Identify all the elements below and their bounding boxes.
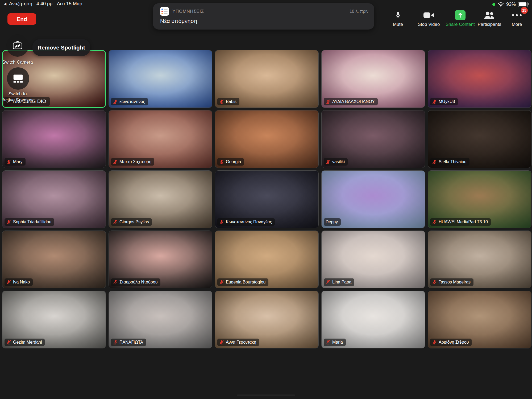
participant-label: Maria xyxy=(324,339,346,346)
reminder-notification-banner[interactable]: ΥΠΟΜΝΗΣΕΙΣ 10 λ. πριν Νέα υπόμνηση xyxy=(153,3,374,30)
participant-label: Georgia xyxy=(217,158,244,166)
switch-camera-button[interactable] xyxy=(6,34,29,57)
participant-label: ΠΑΝΑΓΙΩΤΑ xyxy=(111,339,146,346)
mic-off-icon xyxy=(432,280,437,285)
mic-in-use-indicator xyxy=(492,3,495,6)
video-tile[interactable]: κωνσταντινος xyxy=(109,50,212,108)
participants-icon xyxy=(483,11,496,20)
participant-label: Iva Nako xyxy=(5,278,33,286)
participant-name: vasiliki xyxy=(332,159,345,164)
participants-label: Participants xyxy=(478,22,501,27)
video-tile[interactable]: Gezim Merdani xyxy=(2,291,106,348)
back-to-app-icon[interactable]: ◀ xyxy=(4,2,6,6)
participant-name: Giorgos Psyllas xyxy=(119,220,149,224)
status-bar-left: ◀ Αναζήτηση 4:40 μμ Δευ 15 Μαρ xyxy=(4,1,82,7)
participant-label: Stella Thivaiou xyxy=(430,158,469,166)
participant-name: Mary xyxy=(13,159,23,164)
video-tile[interactable]: Georgia xyxy=(215,110,319,168)
mute-button[interactable]: Mute xyxy=(393,10,403,27)
battery-icon xyxy=(518,2,528,7)
home-indicator[interactable] xyxy=(237,394,295,396)
zoom-meeting-screen: ◀ Αναζήτηση 4:40 μμ Δευ 15 Μαρ 93% End xyxy=(0,0,532,399)
mic-off-icon xyxy=(6,159,11,164)
remove-spotlight-label: Remove Spotlight xyxy=(38,44,85,51)
mic-off-icon xyxy=(113,159,118,164)
participant-label: Αννα Γεροντακη xyxy=(217,339,259,346)
end-call-button[interactable]: End xyxy=(7,13,36,25)
participant-name: Σταυρούλα Ντούρου xyxy=(119,280,157,285)
mic-off-icon xyxy=(219,220,224,224)
more-badge: 15 xyxy=(521,7,528,14)
video-tile[interactable]: ΠΑΝΑΓΙΩΤΑ xyxy=(109,291,212,348)
mic-off-icon xyxy=(432,220,437,224)
participant-name: Κωνσταντίνος Παναγέας xyxy=(226,220,272,224)
share-content-label: Share Content xyxy=(446,22,475,27)
stop-video-button[interactable]: Stop Video xyxy=(418,10,440,27)
video-tile[interactable]: Deppy xyxy=(321,170,425,228)
video-tile[interactable]: Mary xyxy=(2,110,106,168)
video-tile[interactable]: Maria xyxy=(321,291,425,348)
more-label: More xyxy=(512,22,522,27)
switch-camera-label: Switch Camera xyxy=(0,60,38,65)
participant-name: ΠΑΝΑΓΙΩΤΑ xyxy=(119,340,143,345)
video-tile[interactable]: Babis xyxy=(215,50,319,108)
participant-name: Αννα Γεροντακη xyxy=(226,340,256,345)
video-tile[interactable]: Αννα Γεροντακη xyxy=(215,291,319,348)
video-tile[interactable]: Lina Papa xyxy=(321,231,425,288)
video-tile[interactable]: MUykU3 xyxy=(428,50,531,108)
participant-name: Gezim Merdani xyxy=(13,340,42,345)
video-tile[interactable]: Eugenia Bouratoglou xyxy=(215,231,319,288)
video-tile[interactable]: ΛΥΔΙΑ ΒΛΑΧΟΠΑΝΟΥ xyxy=(321,50,425,108)
video-tile[interactable]: Σταυρούλα Ντούρου xyxy=(109,231,212,288)
wifi-icon xyxy=(498,2,504,7)
video-tile[interactable]: Αριάδνη Στέφου xyxy=(428,291,531,348)
participant-label: Tassos Mageiras xyxy=(430,278,473,286)
participant-name: Tassos Mageiras xyxy=(439,280,471,285)
video-tile[interactable]: vasiliki xyxy=(321,110,425,168)
video-camera-icon xyxy=(423,11,435,19)
participant-name: Stella Thivaiou xyxy=(439,159,467,164)
participant-label: ΛΥΔΙΑ ΒΛΑΧΟΠΑΝΟΥ xyxy=(324,98,378,105)
notification-app-name: ΥΠΟΜΝΗΣΕΙΣ xyxy=(172,9,204,14)
video-tile[interactable]: Tassos Mageiras xyxy=(428,231,531,288)
mic-off-icon xyxy=(432,99,437,104)
video-tile[interactable]: Stella Thivaiou xyxy=(428,110,531,168)
more-dots-icon xyxy=(511,14,522,17)
participant-label: MUykU3 xyxy=(430,98,458,105)
participant-name: Babis xyxy=(226,99,236,104)
participant-label: Mary xyxy=(5,158,26,166)
remove-spotlight-menu-item[interactable]: Remove Spotlight xyxy=(32,39,90,56)
mic-off-icon xyxy=(219,99,224,104)
status-bar-right: 93% xyxy=(492,2,528,7)
switch-active-speaker-button[interactable] xyxy=(7,67,29,90)
video-grid: AMAZING DIOκωνσταντινοςBabisΛΥΔΙΑ ΒΛΑΧΟΠ… xyxy=(2,50,531,348)
video-tile[interactable]: Giorgos Psyllas xyxy=(109,170,212,228)
share-content-button[interactable]: Share Content xyxy=(446,10,475,27)
mic-off-icon xyxy=(432,340,437,345)
stop-video-label: Stop Video xyxy=(418,22,440,27)
participant-label: Gezim Merdani xyxy=(5,339,45,346)
mic-off-icon xyxy=(113,99,118,104)
participant-label: Κωνσταντίνος Παναγέας xyxy=(217,218,275,226)
participant-name: ΛΥΔΙΑ ΒΛΑΧΟΠΑΝΟΥ xyxy=(332,99,375,104)
microphone-icon xyxy=(394,10,401,20)
participant-label: κωνσταντινος xyxy=(111,98,148,105)
participants-button[interactable]: Participants xyxy=(478,10,501,27)
mic-off-icon xyxy=(6,220,11,224)
switch-active-line1: Switch to xyxy=(0,91,38,97)
participant-label: Μπετυ Σαχτουρη xyxy=(111,158,154,166)
video-tile[interactable]: Iva Nako xyxy=(2,231,106,288)
video-tile[interactable]: HUAWEI MediaPad T3 10 xyxy=(428,170,531,228)
video-tile[interactable]: Κωνσταντίνος Παναγέας xyxy=(215,170,319,228)
more-button[interactable]: 15 More xyxy=(511,10,522,27)
active-speaker-view-icon xyxy=(13,73,24,84)
video-tile[interactable]: Μπετυ Σαχτουρη xyxy=(109,110,212,168)
participant-name: HUAWEI MediaPad T3 10 xyxy=(439,220,488,224)
mic-off-icon xyxy=(219,280,224,285)
mic-off-icon xyxy=(219,159,224,164)
video-tile[interactable]: Sophia Triadafillidou xyxy=(2,170,106,228)
participant-label: Αριάδνη Στέφου xyxy=(430,339,472,346)
back-to-app-label[interactable]: Αναζήτηση xyxy=(9,1,32,7)
participant-name: Αριάδνη Στέφου xyxy=(439,340,469,345)
participant-name: Maria xyxy=(332,340,343,345)
